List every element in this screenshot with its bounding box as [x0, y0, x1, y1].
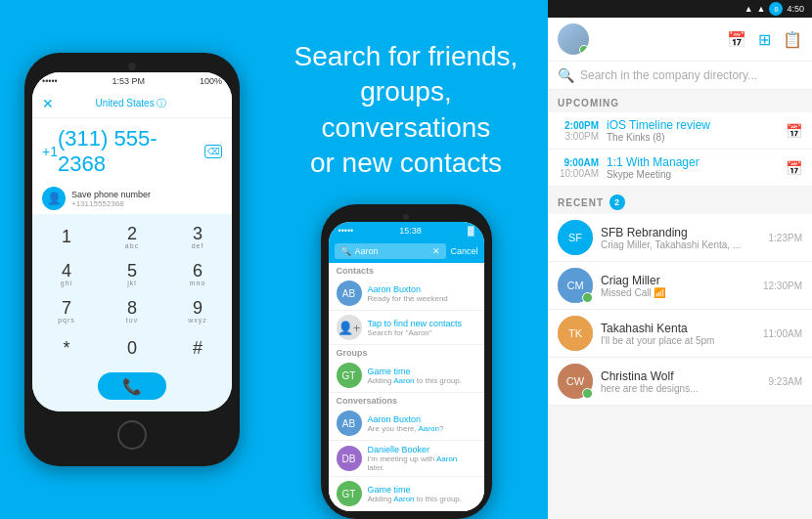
cal-icon-1: 📅: [786, 123, 802, 139]
promo-text: Search for friends, groups, conversation…: [279, 20, 533, 182]
battery-mid: ▓: [468, 226, 474, 236]
signal-dots-mid: •••••: [338, 226, 354, 236]
left-phone-frame: ••••• 1:53 PM 100% ✕ United States ⓘ +1 …: [24, 53, 240, 466]
key-star[interactable]: *: [42, 331, 91, 365]
left-panel: ••••• 1:53 PM 100% ✕ United States ⓘ +1 …: [0, 0, 264, 519]
status-bar-left: ••••• 1:53 PM 100%: [32, 72, 232, 90]
search-icon-right: 🔍: [558, 67, 574, 83]
dialed-number: (311) 555-2368: [58, 126, 204, 177]
upcoming-content-2: 1:1 With Manager Skype Meeting: [607, 155, 778, 180]
recent-info-christina: Christina Wolf here are the designs...: [601, 369, 761, 394]
search-result-item[interactable]: AB Aaron Buxton Ready for the weekend: [329, 277, 484, 311]
call-button[interactable]: 📞: [98, 372, 166, 400]
search-header[interactable]: 🔍 Aaron ✕ Cancel: [329, 239, 484, 263]
key-0[interactable]: 0: [108, 331, 157, 365]
left-phone-screen: ••••• 1:53 PM 100% ✕ United States ⓘ +1 …: [32, 72, 232, 411]
calendar-icon[interactable]: 📅: [727, 30, 746, 49]
conv-avatar-1: AB: [337, 411, 362, 436]
right-header: 📅 ⊞ 📋: [548, 18, 812, 62]
dial-pad: 1 2abc 3def 4ghi 5jkl 6mno 7pqrs 8tuv 9w…: [32, 214, 232, 411]
close-button[interactable]: ✕: [42, 96, 54, 111]
key-8[interactable]: 8tuv: [108, 294, 157, 327]
key-6[interactable]: 6mno: [173, 257, 222, 290]
upcoming-content-1: iOS Timeline review The Kinks (8): [607, 118, 778, 143]
contacts-section-label: Contacts: [329, 263, 484, 277]
recent-item-criag[interactable]: CM Criag Miller Missed Call 📶 12:30PM: [548, 262, 812, 310]
search-query: Aaron: [355, 246, 379, 256]
key-hash[interactable]: #: [173, 331, 222, 365]
group-search-text: Game time Adding Aaron to this group.: [368, 367, 476, 385]
time-right: 4:50: [787, 4, 804, 14]
clear-search-icon[interactable]: ✕: [432, 246, 440, 256]
dial-row-2: 4ghi 5jkl 6mno: [42, 257, 222, 290]
recent-item-christina[interactable]: CW Christina Wolf here are the designs..…: [548, 358, 812, 406]
status-dot-christina: [582, 388, 593, 399]
recent-badge: 2: [609, 195, 625, 210]
conv-item-3[interactable]: GT Game time Adding Aaron to this group.: [329, 477, 484, 511]
delete-button[interactable]: ⌫: [204, 145, 222, 158]
grid-icon[interactable]: ⊞: [758, 30, 771, 49]
search-results: Contacts AB Aaron Buxton Ready for the w…: [329, 263, 484, 511]
save-number-row[interactable]: 👤 Save phone number +13115552368: [32, 183, 232, 214]
conv-item-1[interactable]: AB Aaron Buxton Are you there, Aaron?: [329, 407, 484, 441]
contact-card-icon[interactable]: 📋: [783, 30, 802, 49]
user-avatar[interactable]: [558, 23, 589, 55]
search-icon: 🔍: [340, 246, 351, 256]
recent-info-takahashi: Takahashi Kenta I'll be at your place at…: [601, 322, 755, 346]
conv-avatar-2: DB: [337, 446, 362, 471]
time-mid: 15:38: [399, 226, 422, 236]
conversations-section-label: Conversations: [329, 393, 484, 407]
upcoming-item-1[interactable]: 2:00PM 3:00PM iOS Timeline review The Ki…: [548, 112, 812, 150]
time-col-2: 9:00AM 10:00AM: [558, 157, 599, 179]
group-avatar: GT: [337, 363, 362, 388]
key-5[interactable]: 5jkl: [108, 257, 157, 290]
battery-badge: 8: [769, 2, 783, 16]
status-dot-criag: [582, 292, 593, 303]
find-contacts-icon: 👤+: [337, 315, 362, 340]
recent-info-criag: Criag Miller Missed Call 📶: [601, 274, 755, 298]
find-contacts-text: Tap to find new contacts Search for "Aar…: [368, 319, 476, 337]
recent-time-takahashi: 11:00AM: [763, 328, 802, 339]
recent-label: RECENT 2: [548, 187, 812, 214]
key-3[interactable]: 3def: [173, 220, 222, 253]
time-col-1: 2:00PM 3:00PM: [558, 120, 599, 142]
save-number-text: Save phone number +13115552368: [71, 190, 151, 208]
recent-time-sfb: 1:23PM: [769, 233, 802, 243]
find-contacts-item[interactable]: 👤+ Tap to find new contacts Search for "…: [329, 311, 484, 345]
right-panel: ▲ ▲ 8 4:50 📅 ⊞ 📋 🔍 Search in the company…: [548, 0, 812, 519]
country-selector[interactable]: United States ⓘ: [96, 97, 167, 110]
search-input[interactable]: 🔍 Aaron ✕: [335, 243, 447, 259]
key-2[interactable]: 2abc: [108, 220, 157, 253]
home-button[interactable]: [117, 420, 147, 450]
key-9[interactable]: 9wxyz: [173, 294, 222, 327]
conv-item-2[interactable]: DB Danielle Booker I'm meeting up with A…: [329, 441, 484, 477]
key-4[interactable]: 4ghi: [42, 257, 91, 290]
dial-row-3: 7pqrs 8tuv 9wxyz: [42, 294, 222, 327]
online-badge: [579, 45, 589, 55]
country-code: +1: [42, 144, 58, 159]
recent-info-sfb: SFB Rebranding Criag Miller, Takahashi K…: [601, 226, 761, 250]
upcoming-item-2[interactable]: 9:00AM 10:00AM 1:1 With Manager Skype Me…: [548, 150, 812, 187]
company-search-bar[interactable]: 🔍 Search in the company directory...: [548, 62, 812, 90]
cancel-search-button[interactable]: Cancel: [450, 246, 477, 256]
middle-phone-wrapper: ••••• 15:38 ▓ 🔍 Aaron ✕ Cancel Con: [321, 182, 492, 519]
dial-row-4: * 0 #: [42, 331, 222, 365]
middle-phone-frame: ••••• 15:38 ▓ 🔍 Aaron ✕ Cancel Con: [321, 204, 492, 519]
groups-section-label: Groups: [329, 345, 484, 359]
recent-item-takahashi[interactable]: TK Takahashi Kenta I'll be at your place…: [548, 310, 812, 358]
battery-left: 100%: [200, 76, 222, 86]
key-7[interactable]: 7pqrs: [42, 294, 91, 327]
group-search-item[interactable]: GT Game time Adding Aaron to this group.: [329, 359, 484, 393]
status-bar-middle: ••••• 15:38 ▓: [329, 222, 484, 239]
key-1[interactable]: 1: [42, 220, 91, 253]
recent-avatar-sfb: SF: [558, 220, 593, 255]
search-item-text-1: Aaron Buxton Ready for the weekend: [368, 284, 476, 303]
signal-icon: ▲: [757, 4, 766, 14]
middle-panel: Search for friends, groups, conversation…: [264, 0, 548, 519]
header-icons: 📅 ⊞ 📋: [727, 30, 802, 49]
time-left: 1:53 PM: [113, 76, 146, 86]
recent-avatar-criag: CM: [558, 268, 593, 303]
recent-item-sfb[interactable]: SF SFB Rebranding Criag Miller, Takahash…: [548, 214, 812, 262]
header-left: [558, 23, 589, 55]
save-contact-icon: 👤: [42, 187, 66, 210]
